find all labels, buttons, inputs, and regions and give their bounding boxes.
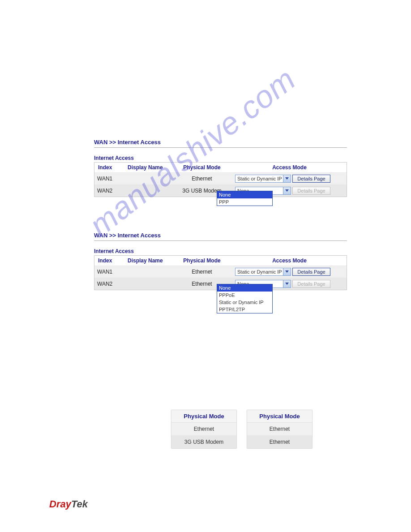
svg-marker-2 (285, 270, 289, 273)
col-index: Index (94, 163, 124, 173)
details-page-button: Details Page (292, 280, 330, 288)
col-physical-mode: Physical Mode (171, 163, 232, 173)
col-display-name: Display Name (124, 163, 171, 173)
col-access-mode: Access Mode (232, 163, 347, 173)
internet-access-table-1: Index Display Name Physical Mode Access … (94, 162, 347, 197)
svg-marker-0 (285, 177, 289, 180)
dropdown-option[interactable]: None (217, 191, 272, 198)
access-mode-select[interactable]: Static or Dynamic IP (235, 268, 291, 276)
col-display-name: Display Name (124, 256, 171, 266)
dropdown-option[interactable]: PPTP/L2TP (217, 306, 272, 313)
mini-header: Physical Mode (171, 410, 236, 423)
table-row: WAN1 Ethernet Static or Dynamic IP Detai… (94, 173, 347, 185)
cell-index: WAN1 (94, 173, 124, 185)
mini-header: Physical Mode (247, 410, 312, 423)
dropdown-option[interactable]: Static or Dynamic IP (217, 299, 272, 306)
cell-display (124, 278, 171, 290)
cell-physical: Ethernet (171, 266, 232, 278)
cell-display (124, 173, 171, 185)
breadcrumb: WAN >> Internet Access (94, 139, 347, 148)
dropdown-option[interactable]: PPPoE (217, 292, 272, 299)
svg-marker-3 (285, 283, 289, 285)
cell-access: Static or Dynamic IP Details Page (232, 173, 347, 185)
col-index: Index (94, 256, 124, 266)
physical-mode-table-left: Physical Mode Ethernet 3G USB Modem (171, 410, 237, 449)
mini-cell: Ethernet (247, 436, 312, 448)
table-row: WAN1 Ethernet Static or Dynamic IP Detai… (94, 266, 347, 278)
mini-cell: Ethernet (247, 423, 312, 436)
cell-access: Static or Dynamic IP Details Page (232, 266, 347, 278)
cell-physical: Ethernet (171, 173, 232, 185)
chevron-down-icon (283, 268, 291, 275)
access-mode-dropdown[interactable]: None PPP (217, 191, 273, 206)
details-page-button[interactable]: Details Page (292, 175, 330, 183)
dropdown-option[interactable]: None (217, 284, 272, 292)
details-page-button[interactable]: Details Page (292, 268, 330, 276)
mini-cell: Ethernet (171, 423, 236, 436)
svg-marker-1 (285, 189, 289, 192)
chevron-down-icon (283, 280, 291, 287)
cell-index: WAN2 (94, 185, 124, 197)
cell-display (124, 266, 171, 278)
physical-mode-comparison: Physical Mode Ethernet 3G USB Modem Phys… (171, 410, 313, 449)
cell-display (124, 185, 171, 197)
physical-mode-table-right: Physical Mode Ethernet Ethernet (247, 410, 313, 449)
col-physical-mode: Physical Mode (171, 256, 232, 266)
access-mode-dropdown[interactable]: None PPPoE Static or Dynamic IP PPTP/L2T… (217, 284, 273, 313)
chevron-down-icon (283, 175, 291, 182)
section-title: Internet Access (94, 155, 347, 161)
cell-index: WAN2 (94, 278, 124, 290)
chevron-down-icon (283, 187, 291, 194)
section-title: Internet Access (94, 248, 347, 254)
dropdown-option[interactable]: PPP (217, 198, 272, 206)
internet-access-table-2: Index Display Name Physical Mode Access … (94, 255, 347, 290)
breadcrumb: WAN >> Internet Access (94, 232, 347, 241)
col-access-mode: Access Mode (232, 256, 347, 266)
mini-cell: 3G USB Modem (171, 436, 236, 448)
access-mode-select[interactable]: Static or Dynamic IP (235, 175, 291, 183)
cell-index: WAN1 (94, 266, 124, 278)
details-page-button: Details Page (292, 187, 330, 195)
draytek-logo: DrayTek (49, 498, 88, 510)
